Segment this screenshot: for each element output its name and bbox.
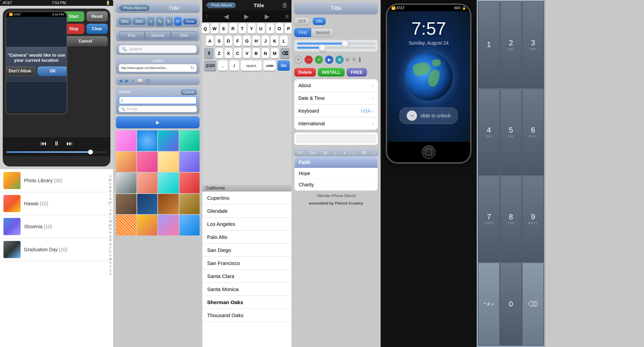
photo-cell-9[interactable] (137, 173, 158, 193)
settings-row-keyboard[interactable]: Keyboard USA › (294, 105, 378, 117)
photo-cell-10[interactable] (158, 173, 179, 193)
kb-back-icon[interactable]: ◀ (224, 13, 229, 20)
skip-forward-icon[interactable]: ⏭ (67, 140, 73, 147)
drum-row-charity[interactable]: Charity (295, 179, 378, 190)
drum-row-hope[interactable]: Hope (295, 168, 378, 179)
text-field-input[interactable]: | (119, 96, 197, 104)
photo-cell-0[interactable] (116, 130, 136, 151)
status-icon-play[interactable]: ▶ (325, 56, 333, 64)
key-y[interactable]: Y (248, 23, 255, 34)
numpad-key-2[interactable]: 2 ABC (500, 1, 522, 88)
key-h[interactable]: H (252, 36, 260, 46)
numpad-key-4[interactable]: 4 GHI (478, 89, 500, 175)
seg-third[interactable]: Third (171, 31, 197, 39)
browser-add-icon[interactable]: + (132, 78, 134, 83)
key-g[interactable]: G (243, 36, 251, 46)
toolbar-edit-icon[interactable]: ✎ (156, 17, 164, 26)
refresh-icon[interactable]: ↻ (190, 65, 194, 71)
cancel-button[interactable]: Cancel (63, 36, 108, 46)
numpad-key-9[interactable]: 9 WXYZ (522, 175, 544, 262)
slide-to-unlock[interactable]: → slide to unlock (399, 107, 458, 124)
browser-back-icon[interactable]: ◀ (119, 78, 122, 83)
delete-button[interactable]: Delete (294, 68, 316, 77)
key-j[interactable]: J (262, 36, 269, 46)
location-item-3[interactable]: Palo Alto (202, 231, 291, 244)
key-d[interactable]: D (225, 36, 232, 46)
photo-item-0[interactable]: Photo Library (30) › (0, 169, 113, 192)
key-slash[interactable]: / (229, 60, 239, 71)
key-dotcom[interactable]: .com (263, 60, 276, 71)
key-s[interactable]: S (215, 36, 223, 46)
slider-thumb-2[interactable] (319, 44, 326, 51)
key-o[interactable]: O (276, 23, 283, 34)
numpad-key-0[interactable]: 0 (500, 263, 522, 346)
photo-cell-2[interactable] (158, 130, 179, 151)
kb-list-icon[interactable]: ≡ (285, 13, 289, 20)
clear-button[interactable]: Clear (86, 24, 108, 34)
numpad-key-7[interactable]: 7 PQRS (478, 175, 500, 262)
photo-cell-19[interactable] (179, 215, 200, 235)
settings-row-international[interactable]: International › (294, 117, 378, 130)
slider-thumb-1[interactable] (342, 40, 348, 47)
photo-cell-1[interactable] (137, 130, 158, 151)
key-num-switch[interactable]: @123 (204, 60, 216, 71)
numpad-key-8[interactable]: 8 TUV (500, 175, 522, 262)
location-item-8[interactable]: Sherman Oaks (202, 296, 291, 309)
photo-cell-8[interactable] (116, 173, 136, 193)
key-w[interactable]: W (211, 23, 218, 34)
toggle-off-button[interactable]: OFF (294, 17, 310, 25)
photo-cell-17[interactable] (137, 215, 158, 235)
numpad-key-1[interactable]: 1 (478, 1, 500, 88)
photo-cell-14[interactable] (158, 194, 179, 215)
key-b[interactable]: B (252, 48, 260, 58)
kb-play-icon[interactable]: ▶ (244, 13, 249, 20)
key-t[interactable]: T (239, 23, 246, 34)
toolbar-add-icon[interactable]: + (147, 17, 155, 26)
key-v[interactable]: V (243, 48, 251, 58)
toolbar-done-button[interactable]: Done (183, 19, 197, 24)
photo-item-2[interactable]: Slovenia (10) › (0, 215, 113, 238)
seg-first[interactable]: First (119, 31, 145, 39)
key-period[interactable]: . (218, 60, 228, 71)
home-button[interactable] (422, 145, 436, 159)
location-item-5[interactable]: San Francisco (202, 257, 291, 270)
key-f[interactable]: F (234, 36, 241, 46)
photo-cell-4[interactable] (116, 152, 136, 172)
photo-cell-15[interactable] (179, 194, 200, 215)
toolbar-sync-icon[interactable]: ⟳ (174, 17, 182, 26)
status-icon-minus[interactable]: − (305, 56, 313, 64)
location-item-1[interactable]: Glendale (202, 205, 291, 218)
key-backspace[interactable]: ⌫ (280, 48, 290, 58)
toggle-on-button[interactable]: ON (313, 18, 326, 25)
photo-cell-3[interactable] (179, 130, 200, 151)
browser-book-icon[interactable]: 📖 (137, 78, 143, 83)
browser-pages-icon[interactable]: ⊡ (146, 78, 150, 83)
key-n[interactable]: N (262, 48, 269, 58)
numpad-key-star[interactable]: * # + (478, 263, 500, 346)
browser-forward-icon[interactable]: ▶ (125, 78, 129, 83)
key-q[interactable]: Q (202, 23, 209, 34)
dont-allow-button[interactable]: Don't Allow (5, 66, 35, 76)
toolbar-item1[interactable]: Item (119, 18, 131, 25)
photo-cell-7[interactable] (179, 152, 200, 172)
toolbar-item2[interactable]: Item (133, 18, 145, 25)
key-u[interactable]: U (257, 23, 265, 34)
install-button[interactable]: INSTALL (318, 68, 345, 77)
seg-first-button[interactable]: First (294, 28, 311, 37)
settings-row-datetime[interactable]: Date & Time › (294, 92, 378, 105)
photo-cell-6[interactable] (158, 152, 179, 172)
key-c[interactable]: C (234, 48, 241, 58)
pause-icon[interactable]: ⏸ (53, 140, 60, 147)
location-item-4[interactable]: San Diego (202, 244, 291, 257)
photo-item-1[interactable]: Hawaii (10) › (0, 192, 113, 215)
key-r[interactable]: R (229, 23, 237, 34)
drum-row-selected[interactable]: Faith (295, 157, 378, 168)
url-input[interactable]: http://www.apple.com/iphone/fea... ↻ (119, 64, 197, 72)
photo-cell-5[interactable] (137, 152, 158, 172)
ok-button[interactable]: OK (37, 66, 67, 76)
nav-back-button[interactable]: Photo Albums (119, 5, 150, 11)
key-go[interactable]: Go (277, 60, 290, 71)
key-m[interactable]: M (271, 48, 278, 58)
info-icon[interactable]: ℹ (359, 56, 361, 63)
photo-cell-18[interactable] (158, 215, 179, 235)
